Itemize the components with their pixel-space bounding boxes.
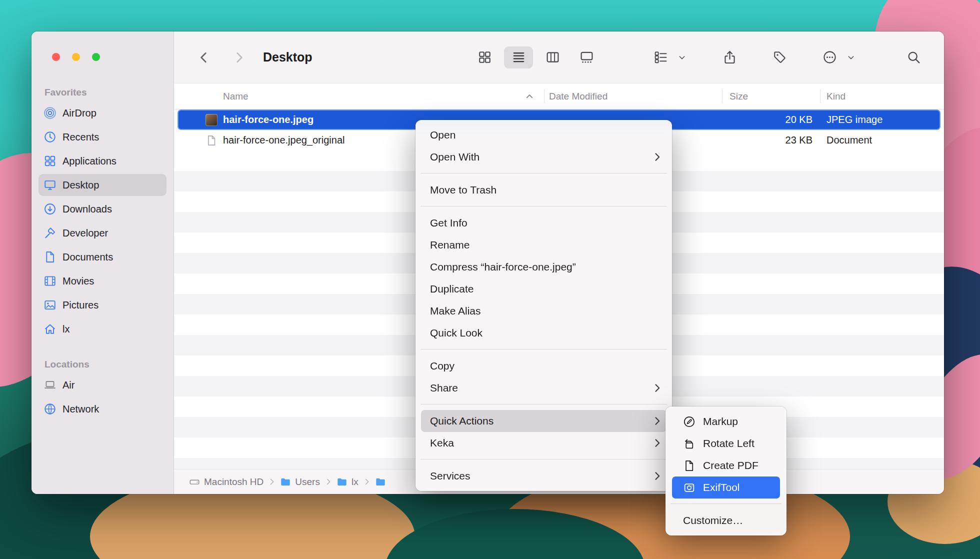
sidebar-item-lx[interactable]: lx [38,318,166,340]
globe-icon [44,402,56,416]
submenu-item-rotate-left[interactable]: Rotate Left [666,432,786,454]
submenu-item-label: Rotate Left [703,438,754,450]
sidebar-item-label: lx [62,324,70,335]
menu-item-get-info[interactable]: Get Info [416,212,672,234]
sort-ascending-icon [525,92,534,101]
traffic-lights [52,53,100,61]
minimize-button[interactable] [72,53,80,61]
chevron-right-icon [652,416,662,426]
column-headers: Name Date Modified Size Kind [174,83,944,110]
back-button[interactable] [194,46,214,68]
toolbar: Desktop [174,32,944,83]
menu-item-make-alias[interactable]: Make Alias [416,300,672,322]
menu-item-services[interactable]: Services [416,465,672,487]
file-kind: JPEG image [826,110,882,129]
submenu-item-label: ExifTool [703,482,740,494]
icon-view-button[interactable] [470,46,499,68]
column-divider[interactable] [544,89,544,104]
path-crumb-lx[interactable]: lx [336,476,358,488]
ellipsis-circle-icon [822,50,837,64]
menu-item-open-with[interactable]: Open With [416,146,672,168]
hard-drive-icon [189,476,200,488]
menu-separator [420,349,667,350]
sidebar-item-airdrop[interactable]: AirDrop [38,102,166,124]
menu-item-quick-actions[interactable]: Quick Actions [421,410,666,432]
sidebar-item-label: Downloads [62,204,112,215]
menu-item-label: Share [430,382,458,394]
sidebar-item-movies[interactable]: Movies [38,270,166,292]
sidebar-item-documents[interactable]: Documents [38,246,166,268]
column-divider[interactable] [820,89,820,104]
menu-item-quick-look[interactable]: Quick Look [416,322,672,344]
menu-item-label: Duplicate [430,283,474,295]
sidebar-item-developer[interactable]: Developer [38,222,166,244]
more-actions-button[interactable] [815,46,855,68]
view-mode-group [470,46,601,68]
menu-item-rename[interactable]: Rename [416,234,672,256]
menu-item-compress[interactable]: Compress “hair-force-one.jpeg” [416,256,672,278]
column-header-size[interactable]: Size [730,84,748,109]
path-crumb-folder-partial[interactable] [375,476,386,488]
sidebar-item-applications[interactable]: Applications [38,150,166,172]
sidebar-item-desktop[interactable]: Desktop [38,174,166,196]
menu-item-move-to-trash[interactable]: Move to Trash [416,179,672,201]
sidebar-item-label: Desktop [62,180,99,191]
photo-icon [44,298,56,312]
menu-item-label: Compress “hair-force-one.jpeg” [430,261,576,273]
path-crumb-users[interactable]: Users [280,476,320,488]
chevron-right-icon [232,51,246,64]
path-crumb-macintosh-hd[interactable]: Macintosh HD [189,476,264,488]
menu-item-label: Keka [430,437,454,449]
submenu-item-markup[interactable]: Markup [666,410,786,432]
group-by-inner [646,46,675,68]
exiftool-icon [683,482,696,494]
menu-item-copy[interactable]: Copy [416,355,672,377]
menu-item-keka[interactable]: Keka [416,432,672,454]
gallery-view-icon [580,50,594,64]
submenu-item-exiftool[interactable]: ExifTool [672,476,780,498]
sidebar-item-downloads[interactable]: Downloads [38,198,166,220]
gallery-view-button[interactable] [572,46,601,68]
forward-button[interactable] [229,46,249,68]
sidebar-item-recents[interactable]: Recents [38,126,166,148]
menu-item-label: Quick Actions [430,415,494,427]
share-button[interactable] [715,46,744,68]
search-icon [906,50,921,64]
chevron-down-icon [847,54,855,62]
sidebar-item-air[interactable]: Air [38,374,166,396]
column-header-kind[interactable]: Kind [826,84,846,109]
group-by-icon [654,50,668,64]
column-divider[interactable] [722,89,722,104]
sidebar-item-label: Pictures [62,300,98,311]
sidebar-item-network[interactable]: Network [38,398,166,420]
menu-item-share[interactable]: Share [416,377,672,399]
menu-item-label: Copy [430,360,454,372]
close-button[interactable] [52,53,60,61]
sidebar-item-label: Applications [62,156,116,167]
column-header-date-modified[interactable]: Date Modified [549,84,608,109]
film-icon [44,274,56,288]
sidebar-item-label: Recents [62,132,99,143]
document-file-icon [206,134,218,146]
airdrop-icon [44,106,56,120]
zoom-button[interactable] [92,53,100,61]
file-size: 20 KB [722,110,812,129]
list-view-button[interactable] [504,46,533,68]
menu-separator [420,459,667,460]
desktop-icon [44,178,56,192]
applications-icon [44,154,56,168]
menu-item-duplicate[interactable]: Duplicate [416,278,672,300]
column-header-name[interactable]: Name [223,84,248,109]
menu-item-label: Services [430,470,470,482]
sidebar-item-label: Air [62,380,74,391]
submenu-item-customize[interactable]: Customize… [666,510,786,532]
submenu-item-label: Markup [703,416,738,428]
submenu-item-create-pdf[interactable]: Create PDF [666,454,786,476]
column-view-button[interactable] [538,46,567,68]
group-by-button[interactable] [646,46,686,68]
sidebar-item-pictures[interactable]: Pictures [38,294,166,316]
path-crumb-label: Macintosh HD [204,476,264,488]
search-button[interactable] [899,46,928,68]
tags-button[interactable] [765,46,794,68]
menu-item-open[interactable]: Open [416,124,672,146]
